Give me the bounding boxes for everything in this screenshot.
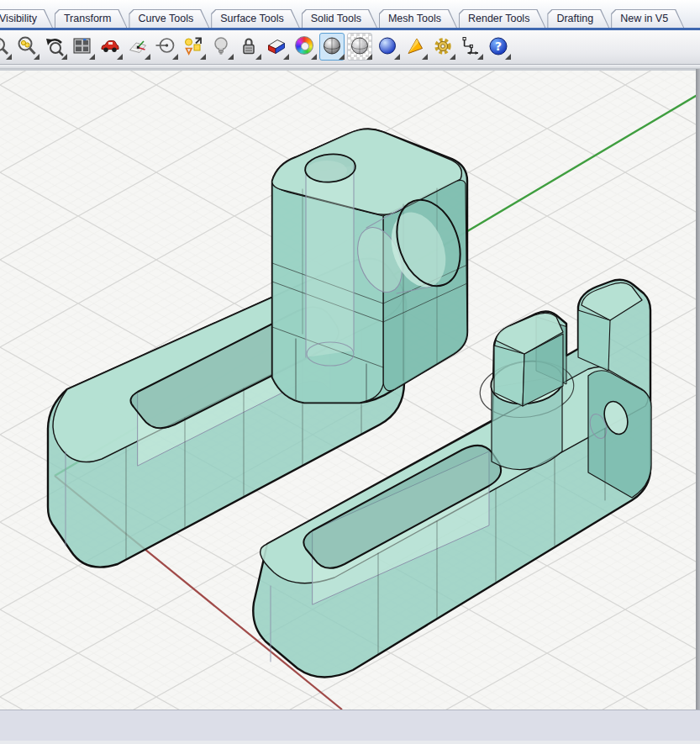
tab-label: Surface Tools xyxy=(212,10,299,28)
lightbulb-icon[interactable] xyxy=(208,33,234,61)
flyout-triangle-icon[interactable] xyxy=(311,54,317,60)
flyout-triangle-icon[interactable] xyxy=(61,54,67,60)
flyout-triangle-icon[interactable] xyxy=(228,54,234,60)
tab-label: Transform xyxy=(55,10,127,28)
viewport-canvas xyxy=(0,69,700,710)
flyout-triangle-icon[interactable] xyxy=(200,54,206,60)
zoom-selected-icon[interactable] xyxy=(14,33,39,61)
tab-mesh-tools[interactable]: Mesh Tools xyxy=(379,9,457,28)
flyout-triangle-icon[interactable] xyxy=(283,54,289,60)
wedge-icon[interactable] xyxy=(264,33,289,61)
rendered-sphere-icon[interactable] xyxy=(375,33,400,61)
status-bar xyxy=(0,710,700,741)
tab-solid-tools[interactable]: Solid Tools xyxy=(302,9,377,28)
tab-curve-tools[interactable]: Curve Tools xyxy=(129,9,209,28)
flyout-triangle-icon[interactable] xyxy=(255,54,261,60)
flyout-triangle-icon[interactable] xyxy=(34,54,39,60)
flyout-triangle-icon[interactable] xyxy=(89,54,95,60)
tab-surface-tools[interactable]: Surface Tools xyxy=(211,9,300,28)
dimension-icon[interactable] xyxy=(458,33,483,61)
zoom-window-icon[interactable] xyxy=(0,33,12,61)
flyout-triangle-icon[interactable] xyxy=(366,54,372,60)
flyout-triangle-icon[interactable] xyxy=(422,54,428,60)
cplane-icon[interactable] xyxy=(125,33,150,61)
main-toolbar: ? xyxy=(0,30,700,65)
tab-render-tools[interactable]: Render Tools xyxy=(459,9,545,28)
flyout-triangle-icon[interactable] xyxy=(6,54,12,60)
tab-label: Visibility xyxy=(0,10,52,28)
undo-view-change-icon[interactable] xyxy=(42,33,67,61)
tab-drafting[interactable]: Drafting xyxy=(547,9,609,28)
help-icon[interactable]: ? xyxy=(486,33,511,61)
tab-label: New in V5 xyxy=(612,10,683,28)
tab-label: Render Tools xyxy=(460,10,545,28)
tab-label: Curve Tools xyxy=(129,10,208,28)
rhino-window: VisibilityTransformCurve ToolsSurface To… xyxy=(0,0,700,744)
flyout-triangle-icon[interactable] xyxy=(505,54,511,60)
tab-label: Mesh Tools xyxy=(380,10,456,28)
svg-text:?: ? xyxy=(495,40,502,53)
flyout-triangle-icon[interactable] xyxy=(145,54,150,60)
perspective-viewport[interactable] xyxy=(0,69,700,710)
cone-light-icon[interactable] xyxy=(403,33,428,61)
tab-label: Drafting xyxy=(548,10,608,28)
flyout-triangle-icon[interactable] xyxy=(339,54,345,60)
flyout-triangle-icon[interactable] xyxy=(117,54,123,60)
viewport-layout-icon[interactable] xyxy=(70,33,95,61)
toolbar-tab-bar: VisibilityTransformCurve ToolsSurface To… xyxy=(0,0,700,30)
tab-transform[interactable]: Transform xyxy=(55,9,128,28)
circle-center-icon[interactable] xyxy=(153,33,178,61)
ghosted-sphere-icon[interactable] xyxy=(347,33,372,61)
flyout-triangle-icon[interactable] xyxy=(450,54,455,60)
gear-icon[interactable] xyxy=(430,33,455,61)
flyout-triangle-icon[interactable] xyxy=(477,54,483,60)
tab-label: Solid Tools xyxy=(303,10,376,28)
lock-icon[interactable] xyxy=(236,33,261,61)
tab-visibility[interactable]: Visibility xyxy=(0,9,53,28)
color-wheel-icon[interactable] xyxy=(292,33,317,61)
flyout-triangle-icon[interactable] xyxy=(394,54,400,60)
viewport-edge-scrollbar[interactable] xyxy=(696,69,700,710)
car-icon[interactable] xyxy=(97,33,123,61)
selection-filter-icon[interactable] xyxy=(181,33,206,61)
shaded-sphere-icon[interactable] xyxy=(319,33,345,61)
tab-new-in-v5[interactable]: New in V5 xyxy=(611,9,684,28)
flyout-triangle-icon[interactable] xyxy=(172,54,178,60)
